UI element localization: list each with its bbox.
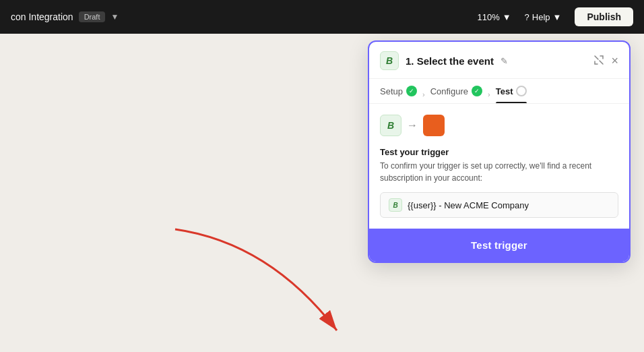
tab-arrow-2: › <box>488 90 490 98</box>
draft-badge: Draft <box>79 11 106 22</box>
tab-test-circle-icon <box>516 86 527 96</box>
modal-body: B → Test your trigger To confirm your tr… <box>369 104 629 229</box>
tab-configure[interactable]: Configure ✓ <box>430 86 482 103</box>
canvas: B 1. Select the event ✎ × Setup ✓ › <box>0 34 644 352</box>
tab-setup-label: Setup <box>380 86 403 96</box>
test-section-description: To confirm your trigger is set up correc… <box>380 160 618 184</box>
flow-brand-icon: B <box>380 115 401 136</box>
modal-header: B 1. Select the event ✎ × <box>369 42 629 79</box>
modal-header-right: × <box>593 55 618 67</box>
modal-card: B 1. Select the event ✎ × Setup ✓ › <box>368 40 631 263</box>
tab-setup[interactable]: Setup ✓ <box>380 86 417 103</box>
brand-icon: B <box>380 51 399 70</box>
zoom-level: 110% <box>477 12 499 22</box>
help-circle-icon: ? <box>525 12 529 22</box>
topbar-right: 110% ▼ ? Help ▼ Publish <box>477 7 633 26</box>
draft-chevron-icon[interactable]: ▼ <box>110 12 119 22</box>
tab-configure-label: Configure <box>430 86 468 96</box>
topbar: con Integration Draft ▼ 110% ▼ ? Help ▼ … <box>0 0 644 34</box>
zoom-control[interactable]: 110% ▼ <box>477 12 511 22</box>
help-chevron-icon: ▼ <box>553 12 562 22</box>
modal-header-left: B 1. Select the event ✎ <box>380 51 508 70</box>
sample-brand-icon: B <box>389 198 402 212</box>
flow-arrow-icon: → <box>407 119 418 131</box>
arrow-annotation <box>135 216 371 351</box>
modal-footer: Test trigger <box>369 229 629 262</box>
topbar-left: con Integration Draft ▼ <box>11 11 119 22</box>
modal-title: 1. Select the event <box>406 55 494 67</box>
app-title: con Integration <box>11 11 73 22</box>
test-section-title: Test your trigger <box>380 147 618 157</box>
tab-test-label: Test <box>496 86 513 96</box>
publish-button[interactable]: Publish <box>575 7 633 26</box>
zoom-chevron-icon: ▼ <box>503 12 511 22</box>
test-trigger-button[interactable]: Test trigger <box>369 229 629 262</box>
sample-text: {{user}} - New ACME Company <box>408 200 529 210</box>
close-icon[interactable]: × <box>611 55 618 67</box>
edit-icon[interactable]: ✎ <box>501 56 508 66</box>
tab-setup-check-icon: ✓ <box>406 86 417 96</box>
tab-test[interactable]: Test <box>496 86 527 103</box>
flow-row: B → <box>380 115 618 136</box>
tab-arrow-1: › <box>422 90 425 98</box>
tabs-row: Setup ✓ › Configure ✓ › Test <box>369 79 629 104</box>
sample-item: B {{user}} - New ACME Company <box>380 192 618 218</box>
expand-icon[interactable] <box>593 55 604 67</box>
flow-orange-icon <box>423 115 445 136</box>
tab-configure-check-icon: ✓ <box>472 86 482 96</box>
help-button[interactable]: ? Help ▼ <box>525 12 562 22</box>
